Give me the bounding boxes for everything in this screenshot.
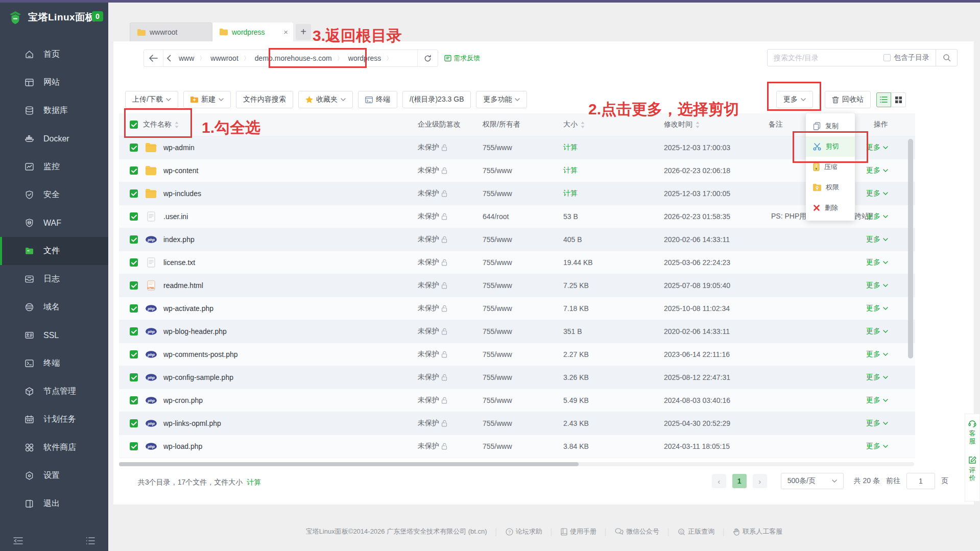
file-name[interactable]: wp-config-sample.php [163, 373, 233, 381]
page-size-select[interactable]: 500条/页 [781, 473, 844, 489]
calc-size-link[interactable]: 计算 [247, 478, 261, 487]
row-more-button[interactable]: 更多 [866, 419, 888, 428]
menu-item-cut[interactable]: 剪切 [806, 136, 855, 157]
toolbar-button[interactable]: /(根目录)23.3 GB [402, 91, 471, 108]
sort-icon[interactable] [696, 122, 700, 128]
footer-link[interactable]: 使用手册 [561, 527, 596, 536]
table-row[interactable]: phpwp-cron.php未保护755/www5.49 KB2024-08-0… [119, 389, 915, 412]
file-name[interactable]: wp-content [163, 166, 198, 175]
row-checkbox-checked[interactable] [130, 350, 138, 358]
toolbar-button[interactable]: 文件内容搜索 [236, 91, 293, 108]
footer-link[interactable]: Q正版查询 [678, 527, 714, 536]
row-more-button[interactable]: 更多 [866, 166, 888, 175]
row-more-button[interactable]: 更多 [866, 396, 888, 405]
footer-link[interactable]: ?论坛求助 [506, 527, 542, 536]
sidebar-item-domain[interactable]: www域名 [0, 293, 108, 321]
menu-item-perm[interactable]: 权限 [806, 177, 855, 198]
tab-close-icon[interactable]: × [283, 28, 288, 36]
sidebar-item-logs[interactable]: 日志 [0, 265, 108, 293]
file-name[interactable]: wp-cron.php [163, 396, 203, 404]
sidebar-item-terminal[interactable]: 终端 [0, 349, 108, 377]
sidebar-item-store[interactable]: 软件商店 [0, 434, 108, 462]
row-checkbox-checked[interactable] [130, 258, 138, 267]
tab-wordpress[interactable]: wordpress × [212, 22, 293, 41]
table-row[interactable]: HTMLreadme.html未保护755/www7.25 KB2025-07-… [119, 274, 915, 297]
logo-row[interactable]: 宝塔Linux面板 0 [0, 3, 108, 32]
sidebar-item-logout[interactable]: 退出 [0, 490, 108, 518]
row-more-button[interactable]: 更多 [866, 281, 888, 290]
row-checkbox-checked[interactable] [130, 373, 138, 381]
table-row[interactable]: phpwp-comments-post.php未保护755/www2.27 KB… [119, 343, 915, 366]
tab-wwwroot[interactable]: wwwroot [130, 22, 212, 41]
file-name[interactable]: wp-blog-header.php [163, 327, 227, 336]
search-input[interactable] [768, 54, 883, 62]
table-row[interactable]: phpwp-links-opml.php未保护755/www2.43 KB202… [119, 412, 915, 435]
menu-item-copy[interactable]: 复制 [806, 116, 855, 136]
file-name[interactable]: wp-activate.php [163, 304, 213, 313]
sidebar-item-docker[interactable]: Docker [0, 125, 108, 153]
sidebar-item-settings[interactable]: 设置 [0, 462, 108, 490]
sidebar-item-monitor[interactable]: 监控 [0, 153, 108, 181]
row-checkbox-checked[interactable] [130, 442, 138, 450]
vertical-scrollbar-thumb[interactable] [908, 139, 913, 358]
toolbar-button[interactable]: 上传/下载 [125, 91, 178, 108]
file-name[interactable]: wp-links-opml.php [163, 419, 221, 427]
sidebar-item-site[interactable]: 网站 [0, 68, 108, 97]
row-more-button[interactable]: 更多 [866, 442, 888, 451]
row-checkbox-checked[interactable] [130, 419, 138, 427]
menu-item-delete[interactable]: 删除 [806, 198, 855, 218]
checkbox-unchecked-icon[interactable] [883, 54, 891, 61]
menu-item-zip[interactable]: 压缩 [806, 157, 855, 177]
header-perm[interactable]: 权限/所有者 [483, 120, 520, 128]
chevron-left-icon[interactable] [163, 50, 174, 66]
tab-add-button[interactable]: + [296, 24, 311, 40]
horizontal-scrollbar[interactable] [119, 462, 914, 466]
sidebar-item-home[interactable]: 首页 [0, 40, 108, 68]
table-row[interactable]: wp-admin未保护755/www计算2025-12-03 17:00:03更… [119, 136, 915, 159]
table-row[interactable]: phpwp-load.php未保护755/www3.84 KB2024-03-1… [119, 435, 915, 458]
sidebar-item-files[interactable]: 文件 [0, 237, 108, 265]
row-checkbox-checked[interactable] [130, 281, 138, 290]
calc-size-link[interactable]: 计算 [563, 189, 578, 197]
include-subdir-checkbox[interactable]: 包含子目录 [883, 53, 929, 62]
file-name[interactable]: .user.ini [163, 212, 188, 221]
header-protect[interactable]: 企业级防篡改 [418, 120, 461, 129]
search-button[interactable] [936, 50, 957, 66]
table-row[interactable]: wp-content未保护755/www计算2026-02-23 02:06:1… [119, 159, 915, 182]
row-more-button[interactable]: 更多 [866, 373, 888, 382]
row-checkbox-checked[interactable] [130, 143, 138, 152]
current-page-button[interactable]: 1 [732, 474, 747, 488]
toolbar-button[interactable]: 更多功能 [476, 91, 527, 108]
row-more-button[interactable]: 更多 [866, 258, 888, 267]
file-name[interactable]: wp-admin [163, 143, 195, 152]
sidebar-collapse-icon[interactable] [13, 537, 23, 545]
toolbar-button[interactable]: 新建 [183, 91, 231, 108]
file-name[interactable]: index.php [163, 235, 195, 244]
table-row[interactable]: license.txt未保护755/www19.44 KB2025-03-06 … [119, 251, 915, 274]
grid-view-button[interactable] [891, 92, 906, 107]
table-row[interactable]: .user.ini未保护644/root53 B2026-02-23 01:58… [119, 205, 915, 228]
table-row[interactable]: phpwp-activate.php未保护755/www7.18 KB2025-… [119, 297, 915, 320]
breadcrumb-item[interactable]: wordpress [344, 50, 386, 66]
scrollbar-thumb[interactable] [119, 462, 579, 466]
header-filename[interactable]: 文件名称 [143, 120, 172, 129]
row-more-button[interactable]: 更多 [866, 189, 888, 198]
footer-link[interactable]: 微信公众号 [615, 527, 659, 536]
calc-size-link[interactable]: 计算 [563, 166, 578, 174]
row-checkbox-checked[interactable] [130, 235, 138, 244]
toolbar-button[interactable]: 终端 [358, 91, 397, 108]
sidebar-item-security[interactable]: 安全 [0, 181, 108, 209]
footer-link[interactable]: 联系人工客服 [733, 527, 782, 536]
row-more-button[interactable]: 更多 [866, 235, 888, 244]
toolbar-button[interactable]: 收藏夹 [298, 91, 353, 108]
file-name[interactable]: license.txt [163, 258, 195, 267]
row-more-button[interactable]: 更多 [866, 304, 888, 313]
sort-icon[interactable] [581, 122, 585, 128]
next-page-button[interactable]: › [753, 474, 767, 488]
sidebar-item-cron[interactable]: 计划任务 [0, 405, 108, 434]
header-size[interactable]: 大小 [563, 120, 578, 129]
file-name[interactable]: readme.html [163, 281, 203, 290]
goto-page-input[interactable] [906, 473, 935, 489]
table-row[interactable]: phpwp-blog-header.php未保护755/www351 B2020… [119, 320, 915, 343]
file-name[interactable]: wp-load.php [163, 442, 202, 450]
